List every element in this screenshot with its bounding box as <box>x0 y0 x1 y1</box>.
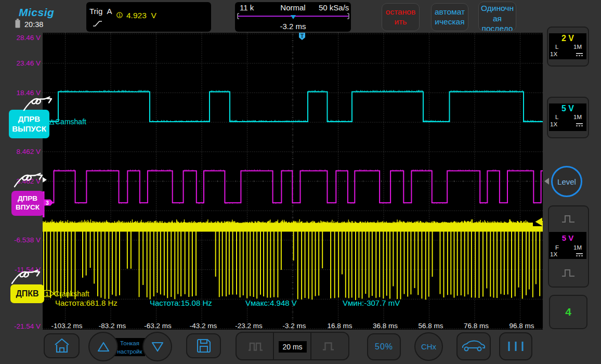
svg-text:-43.2 ms: -43.2 ms <box>190 322 217 330</box>
svg-text:76.8 ms: 76.8 ms <box>464 322 489 330</box>
svg-text:1: 1 <box>46 291 49 297</box>
svg-text:-3.2 ms: -3.2 ms <box>282 322 306 330</box>
svg-text:16.8 ms: 16.8 ms <box>327 322 352 330</box>
svg-text:-83.2 ms: -83.2 ms <box>99 322 126 330</box>
svg-text:-63.2 ms: -63.2 ms <box>144 322 172 330</box>
svg-text:56.8 ms: 56.8 ms <box>418 322 443 330</box>
svg-text:-23.2 ms: -23.2 ms <box>235 322 263 330</box>
svg-text:1: 1 <box>118 12 121 18</box>
svg-text:Частота:681.8 Hz: Частота:681.8 Hz <box>55 298 117 307</box>
svg-text:36.8 ms: 36.8 ms <box>373 322 398 330</box>
svg-text:96.8 ms: 96.8 ms <box>509 322 534 330</box>
svg-text:3: 3 <box>46 200 49 206</box>
svg-text:Camshaft: Camshaft <box>55 118 86 126</box>
svg-text:Частота:15.08 Hz: Частота:15.08 Hz <box>150 298 212 307</box>
svg-text:Vмакс:4.948 V: Vмакс:4.948 V <box>245 298 297 307</box>
svg-text:T: T <box>300 33 304 39</box>
svg-text:-103.2 ms: -103.2 ms <box>51 322 82 330</box>
svg-text:Crankshaft: Crankshaft <box>54 290 89 298</box>
svg-text:Vмин:-307.7 mV: Vмин:-307.7 mV <box>343 298 400 307</box>
